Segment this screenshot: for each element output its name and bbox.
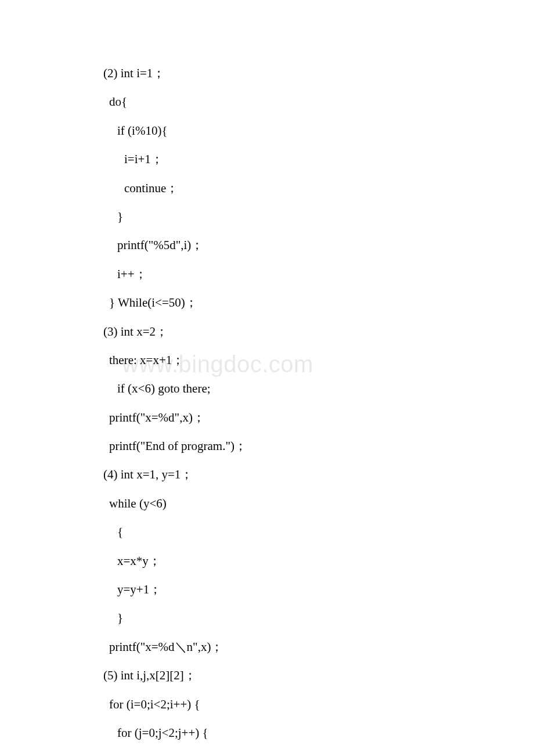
code-line: } bbox=[103, 208, 482, 225]
code-line: (3) int x=2； bbox=[103, 323, 482, 340]
code-line: y=y+1； bbox=[103, 581, 482, 598]
code-line: i=i+1； bbox=[103, 151, 482, 168]
code-line: i++； bbox=[103, 266, 482, 283]
code-line: if (x<6) goto there; bbox=[103, 380, 482, 397]
code-line: do{ bbox=[103, 93, 482, 110]
code-line: printf("x=%d",x)； bbox=[103, 409, 482, 426]
code-line: } bbox=[103, 610, 482, 627]
code-line: while (y<6) bbox=[103, 495, 482, 512]
code-line: { bbox=[103, 524, 482, 541]
code-line: there: x=x+1； bbox=[103, 352, 482, 369]
code-line: continue； bbox=[103, 180, 482, 197]
code-line: if (i%10){ bbox=[103, 123, 482, 139]
code-line: for (j=0;j<2;j++) { bbox=[103, 725, 482, 741]
code-line: (4) int x=1, y=1； bbox=[103, 466, 482, 483]
code-line: for (i=0;i<2;i++) { bbox=[103, 696, 482, 713]
code-line: (5) int i,j,x[2][2]； bbox=[103, 667, 482, 684]
code-line: printf("x=%d＼n",x)； bbox=[103, 639, 482, 656]
code-line: x=x*y； bbox=[103, 553, 482, 570]
document-body: (2) int i=1； do{ if (i%10){ i=i+1； conti… bbox=[0, 0, 534, 756]
code-line: printf("%5d",i)； bbox=[103, 237, 482, 254]
code-line: x[i][j]=i＋j； bbox=[103, 753, 482, 756]
code-line: (2) int i=1； bbox=[103, 65, 482, 82]
code-line: } While(i<=50)； bbox=[103, 294, 482, 311]
code-line: printf("End of program.")； bbox=[103, 438, 482, 455]
